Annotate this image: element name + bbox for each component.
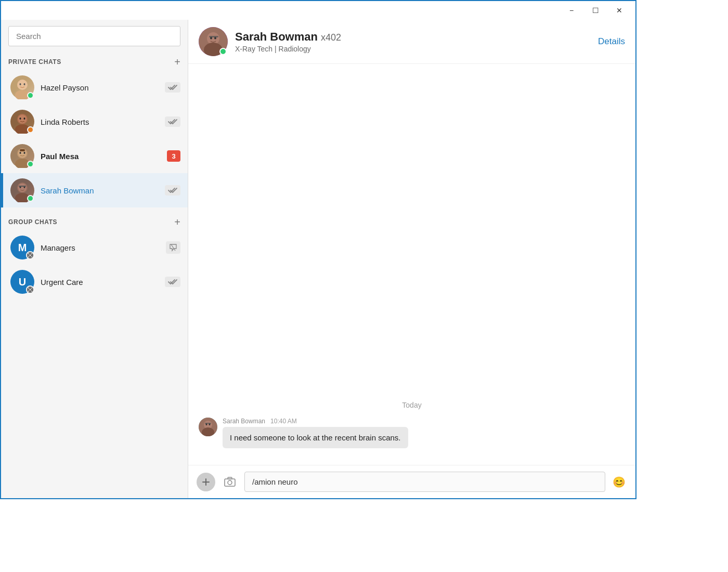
main-layout: PRIVATE CHATS + Hazel Payson: [1, 20, 635, 498]
sidebar-item-urgent-care[interactable]: U Urgent Care: [1, 265, 188, 299]
header-extension: x402: [321, 32, 341, 43]
svg-rect-21: [19, 186, 26, 187]
input-bar: 😊: [188, 465, 635, 498]
message-meta: Sarah Bowman 10:40 AM: [223, 418, 408, 425]
message-bubble: I need someone to look at the recent bra…: [223, 427, 408, 448]
date-divider: Today: [199, 401, 625, 409]
close-button[interactable]: ✕: [607, 2, 631, 19]
svg-point-3: [20, 83, 21, 85]
avatar-urgent-care: U: [10, 270, 34, 294]
status-icon-linda: [165, 116, 180, 127]
emoji-button[interactable]: 😊: [610, 474, 627, 490]
status-dot-hazel: [27, 92, 34, 99]
chat-name-sarah: Sarah Bowman: [41, 186, 165, 195]
sidebar: PRIVATE CHATS + Hazel Payson: [1, 20, 188, 498]
sidebar-item-hazel[interactable]: Hazel Payson: [1, 70, 188, 105]
chat-header: Sarah Bowman x402 X-Ray Tech | Radiology…: [188, 20, 635, 64]
add-group-chat-button[interactable]: +: [174, 217, 180, 227]
chat-area: Sarah Bowman x402 X-Ray Tech | Radiology…: [188, 20, 635, 498]
chat-name-hazel: Hazel Payson: [41, 83, 165, 92]
message-content: Sarah Bowman 10:40 AM I need someone to …: [223, 418, 408, 448]
maximize-button[interactable]: ☐: [583, 2, 607, 19]
chat-name-linda: Linda Roberts: [41, 118, 165, 126]
message-sender: Sarah Bowman: [223, 418, 265, 425]
chat-name-paul: Paul Mesa: [41, 152, 167, 161]
status-dot-sarah: [27, 195, 34, 202]
private-chats-label: PRIVATE CHATS: [8, 58, 61, 66]
sidebar-item-managers[interactable]: M Managers: [1, 230, 188, 265]
status-icon-managers: [166, 241, 180, 254]
sidebar-item-linda[interactable]: Linda Roberts: [1, 105, 188, 139]
svg-point-4: [24, 83, 25, 85]
minimize-button[interactable]: −: [560, 2, 583, 19]
header-subtitle: X-Ray Tech | Radiology: [235, 45, 598, 53]
avatar-linda: [10, 110, 34, 134]
svg-rect-59: [228, 477, 232, 479]
header-name: Sarah Bowman x402: [235, 30, 598, 44]
svg-rect-53: [205, 423, 211, 424]
group-chats-label: GROUP CHATS: [8, 218, 57, 226]
add-private-chat-button[interactable]: +: [174, 57, 180, 67]
message-row: Sarah Bowman 10:40 AM I need someone to …: [199, 418, 625, 448]
message-input[interactable]: [244, 472, 605, 492]
svg-point-14: [24, 152, 25, 154]
private-chats-header: PRIVATE CHATS +: [1, 53, 188, 70]
svg-point-58: [228, 480, 232, 485]
status-icon-hazel: [165, 82, 180, 93]
svg-point-13: [20, 152, 21, 154]
badge-paul: 3: [167, 150, 180, 162]
status-dot-paul: [27, 161, 34, 167]
status-icon-urgent-care: [165, 277, 180, 287]
avatar-sarah: [10, 178, 34, 202]
message-avatar: [199, 418, 217, 436]
avatar-paul: [10, 144, 34, 168]
search-container: [1, 20, 188, 53]
messages-area: Today Sarah Bowman: [188, 64, 635, 465]
camera-button[interactable]: [220, 473, 239, 491]
status-icon-sarah: [165, 185, 180, 196]
avatar-hazel: [10, 75, 34, 99]
status-dot-linda: [27, 126, 34, 133]
message-time: 10:40 AM: [270, 418, 297, 425]
svg-rect-47: [209, 36, 218, 37]
svg-rect-15: [20, 149, 25, 151]
svg-point-8: [20, 118, 21, 120]
avatar-managers: M: [10, 236, 34, 259]
header-status-dot: [219, 48, 227, 55]
chat-name-urgent-care: Urgent Care: [41, 278, 165, 287]
empty-space: [199, 74, 625, 391]
group-badge-managers: [26, 251, 34, 259]
sidebar-item-sarah[interactable]: Sarah Bowman: [1, 173, 188, 207]
svg-point-9: [24, 118, 25, 120]
group-badge-urgent-care: [26, 285, 34, 294]
search-input[interactable]: [8, 26, 180, 46]
sidebar-item-paul[interactable]: Paul Mesa 3: [1, 139, 188, 173]
title-bar: − ☐ ✕: [1, 1, 635, 20]
header-avatar: [199, 27, 228, 56]
chat-name-managers: Managers: [41, 243, 166, 252]
add-button[interactable]: [197, 473, 215, 491]
header-info: Sarah Bowman x402 X-Ray Tech | Radiology: [235, 30, 598, 53]
svg-rect-57: [225, 479, 235, 486]
details-button[interactable]: Details: [598, 36, 625, 47]
group-chats-header: GROUP CHATS +: [1, 213, 188, 230]
